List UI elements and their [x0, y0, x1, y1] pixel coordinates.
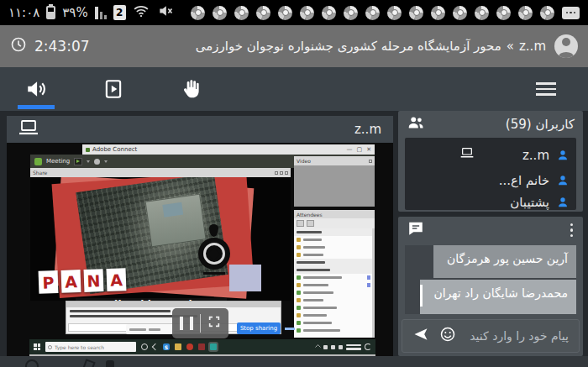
elapsed-time: 2:43:07	[34, 38, 90, 55]
users-icon	[407, 113, 425, 135]
attendee-icon	[297, 283, 301, 287]
pause-icon	[180, 317, 183, 330]
remote-video-pod-content	[294, 165, 375, 207]
avatar[interactable]	[554, 34, 578, 58]
remote-search-placeholder: Type here to search	[55, 344, 104, 350]
remote-share-pod-content: PANA	[30, 177, 291, 301]
shared-screen-video[interactable]: Adobe Connect —▢✕ Meeting help Share	[7, 143, 393, 356]
user-name: پشتیبان	[510, 195, 549, 210]
meeting-title-block: z..m « محور آزمایشگاه مرحله کشوری جشنوار…	[196, 34, 578, 58]
send-icon[interactable]	[412, 326, 429, 346]
pana-letter: A	[61, 270, 81, 293]
attendee-icon	[297, 253, 301, 257]
chrome-notification-icon	[518, 6, 533, 20]
remote-chat-message	[70, 310, 171, 312]
remote-window-titlebar: Adobe Connect —▢✕	[82, 144, 375, 155]
chrome-notification-icon	[496, 6, 511, 20]
app-icon	[186, 343, 193, 350]
remote-share-pod-title: Share	[33, 170, 47, 176]
chat-message: آرین حسین پور هرمزگان	[433, 245, 576, 278]
user-icon	[556, 196, 570, 209]
chrome-notification-icon	[387, 6, 402, 20]
users-panel-header[interactable]: کاربران (59)	[398, 111, 583, 138]
user-row[interactable]: خانم اع...	[412, 170, 570, 191]
emoji-icon[interactable]	[439, 326, 456, 346]
share-panel-header[interactable]: z..m	[7, 116, 393, 143]
pana-letter: A	[107, 268, 127, 291]
screen-share-panel: z..m Adobe Connect —▢✕ Meeting help Shar…	[7, 116, 393, 356]
attendee-row	[294, 304, 375, 312]
news-agency-seal	[197, 224, 231, 280]
battery-percent: ۳۹%	[62, 5, 87, 20]
pana-letter: N	[84, 269, 104, 292]
remote-speaker-icon	[74, 158, 82, 165]
more-notifications-icon	[562, 7, 580, 19]
partial-icon[interactable]	[82, 359, 95, 367]
chat-message: محمدرضا شایگان راد تهران	[420, 280, 576, 314]
clock-icon	[10, 36, 27, 56]
attendee-status-icon	[367, 283, 370, 287]
chrome-notification-icon	[540, 6, 554, 20]
user-sharing-icon	[452, 146, 474, 165]
attendee-row	[294, 296, 375, 304]
user-icon	[556, 174, 570, 187]
attendee-icon	[297, 275, 301, 280]
remote-chat-pod-header	[66, 301, 281, 307]
users-panel: کاربران (59) z..m خانم اع...	[398, 111, 583, 212]
user-row[interactable]: z..m	[412, 141, 570, 170]
speaker-button[interactable]	[25, 78, 47, 100]
attendee-icon	[297, 321, 301, 325]
attendee-icon	[297, 245, 301, 249]
remote-attendees-list	[294, 228, 375, 338]
attendee-row	[294, 274, 375, 281]
chrome-notification-icon	[191, 6, 205, 20]
chat-menu-button[interactable]	[569, 222, 575, 239]
remote-phone-icon	[94, 159, 100, 165]
user-name: z..m	[522, 148, 549, 163]
video-pods-button[interactable]	[102, 78, 124, 100]
chrome-notification-icon	[453, 6, 467, 20]
user-name: خانم اع...	[499, 173, 549, 188]
menu-button[interactable]	[536, 82, 556, 96]
attendee-row	[294, 319, 375, 327]
remote-attendees-pod-title: Attendees	[297, 212, 323, 218]
pause-icon	[190, 317, 193, 330]
remote-system-tray	[316, 343, 371, 350]
chrome-notification-icon	[322, 6, 336, 20]
remote-share-pod-buttons	[275, 171, 288, 175]
chat-input-bar[interactable]: پیام خود را وارد کنید	[402, 319, 580, 353]
chat-messages: آرین حسین پور هرمزگان محمدرضا شایگان راد…	[405, 245, 576, 314]
meeting-title-text: محور آزمایشگاه مرحله کشوری جشنواره نوجوا…	[196, 39, 501, 54]
chrome-notification-icon	[475, 6, 489, 20]
status-time: ۱۱:۰۸	[8, 5, 39, 20]
folder-icon	[175, 343, 181, 350]
chrome-notification-icon	[344, 6, 358, 20]
chrome-notification-icon	[256, 6, 270, 20]
users-list: z..m خانم اع... پشتیبان	[405, 138, 576, 210]
attendee-row	[294, 236, 375, 244]
raise-hand-button[interactable]	[180, 78, 202, 100]
sim-badge: 2	[113, 5, 126, 20]
attendee-group-row	[294, 228, 375, 236]
attendee-icon	[297, 306, 301, 310]
user-icon	[556, 149, 570, 162]
attendee-icon	[297, 313, 301, 317]
room-short-name: z..m	[519, 39, 546, 54]
remote-video-pod-title: Video	[297, 158, 311, 164]
remote-video-pod-buttons	[369, 160, 372, 163]
title-guillemet: «	[507, 39, 514, 54]
attendee-icon	[297, 291, 301, 295]
active-app-icon	[210, 343, 217, 350]
mute-icon	[156, 3, 175, 23]
partial-icon[interactable]	[106, 360, 114, 367]
chrome-notification-icon	[213, 6, 227, 20]
android-status-bar: ۱۱:۰۸ ۳۹% 2	[0, 0, 588, 25]
remote-caret-icon	[104, 160, 108, 163]
meeting-app: ۱۱:۰۸ ۳۹% 2	[0, 0, 588, 367]
attendee-status-icon	[367, 275, 370, 280]
chat-panel-header[interactable]	[398, 217, 583, 244]
partial-clock-icon[interactable]	[25, 359, 39, 367]
remote-window-controls: —▢✕	[347, 146, 372, 153]
remote-menu-meeting: Meeting	[46, 158, 70, 165]
user-row[interactable]: پشتیبان	[412, 191, 570, 210]
